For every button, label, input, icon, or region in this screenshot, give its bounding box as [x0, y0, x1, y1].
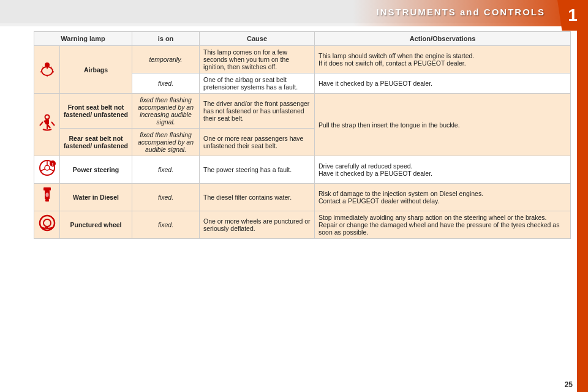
svg-point-26: [43, 219, 51, 227]
water-in-diesel-icon: [39, 186, 56, 205]
page-number: 25: [565, 380, 573, 389]
svg-text:!: !: [52, 162, 54, 167]
water-diesel-cause: The diesel filter contains water.: [200, 184, 315, 211]
svg-line-12: [51, 122, 55, 126]
power-steering-label: Power steering: [60, 156, 132, 184]
svg-rect-23: [45, 199, 49, 202]
water-diesel-ison: fixed.: [132, 184, 200, 211]
svg-point-8: [45, 115, 50, 119]
table-row: Punctured wheel fixed. One or more wheel…: [34, 211, 571, 239]
rear-seatbelt-label: Rear seat belt not fastened/ unfastened: [60, 129, 132, 156]
punctured-wheel-icon: [38, 214, 56, 232]
seatbelt-icon-cell: [34, 94, 60, 156]
front-seatbelt-label: Front seat belt not fastened/ unfastened: [60, 94, 132, 129]
col-header-ison: is on: [132, 32, 200, 46]
punctured-wheel-ison: fixed.: [132, 211, 200, 239]
steering-icon-cell: !: [34, 156, 60, 184]
sidebar-right-bar: [577, 26, 588, 392]
svg-line-11: [40, 122, 43, 126]
svg-line-18: [50, 169, 54, 171]
power-steering-cause: The power steering has a fault.: [200, 156, 315, 184]
power-steering-ison: fixed.: [132, 156, 200, 184]
airbags-action-2: Have it checked by a PEUGEOT dealer.: [315, 74, 571, 94]
punctured-wheel-action: Stop immediately avoiding any sharp acti…: [315, 211, 571, 239]
col-header-warning: Warning lamp: [34, 32, 132, 46]
col-header-action: Action/Observations: [315, 32, 571, 46]
front-seatbelt-ison: fixed then flashing accompanied by an in…: [132, 94, 200, 129]
chapter-number: 1: [557, 0, 588, 31]
seatbelt-action: Pull the strap then insert the tongue in…: [315, 94, 571, 156]
airbag-icon: [38, 59, 56, 77]
table-row: Airbags temporarily. This lamp comes on …: [34, 46, 571, 74]
steering-icon: !: [38, 159, 56, 177]
svg-line-17: [41, 169, 45, 171]
svg-point-15: [45, 165, 50, 170]
water-diesel-label: Water in Diesel: [60, 184, 132, 211]
airbags-cause-1: This lamp comes on for a few seconds whe…: [200, 46, 315, 74]
table-header-row: Warning lamp is on Cause Action/Observat…: [34, 32, 571, 46]
svg-rect-21: [43, 187, 51, 190]
page-title: INSTRUMENTS and CONTROLS: [377, 7, 546, 17]
airbags-ison-1: temporarily.: [132, 46, 200, 74]
main-content: Warning lamp is on Cause Action/Observat…: [0, 26, 588, 392]
airbags-warning-label: Airbags: [60, 46, 132, 94]
water-diesel-action: Risk of damage to the injection system o…: [315, 184, 571, 211]
table-row: ! Power steering fixed. The power steeri…: [34, 156, 571, 184]
front-seatbelt-cause: The driver and/or the front passenger ha…: [200, 94, 315, 129]
table-row: Front seat belt not fastened/ unfastened…: [34, 94, 571, 129]
punctured-wheel-label: Punctured wheel: [60, 211, 132, 239]
warning-lamp-table: Warning lamp is on Cause Action/Observat…: [34, 31, 571, 239]
punctured-wheel-cause: One or more wheels are punctured or seri…: [200, 211, 315, 239]
table-row: Water in Diesel fixed. The diesel filter…: [34, 184, 571, 211]
airbag-icon-cell: [34, 46, 60, 94]
table-container: Warning lamp is on Cause Action/Observat…: [0, 26, 577, 392]
water-icon-cell: [34, 184, 60, 211]
rear-seatbelt-cause: One or more rear passengers have unfaste…: [200, 129, 315, 156]
power-steering-action: Drive carefully at reduced speed.Have it…: [315, 156, 571, 184]
col-header-cause: Cause: [200, 32, 315, 46]
airbags-cause-2: One of the airbag or seat belt pretensio…: [200, 74, 315, 94]
seatbelt-icon: [38, 113, 56, 133]
rear-seatbelt-ison: fixed then flashing accompanied by an au…: [132, 129, 200, 156]
svg-point-24: [45, 193, 48, 197]
puncture-icon-cell: [34, 211, 60, 239]
airbags-ison-2: fixed.: [132, 74, 200, 94]
airbags-action-1: This lamp should switch off when the eng…: [315, 46, 571, 74]
page-header: INSTRUMENTS and CONTROLS 1: [0, 0, 588, 23]
